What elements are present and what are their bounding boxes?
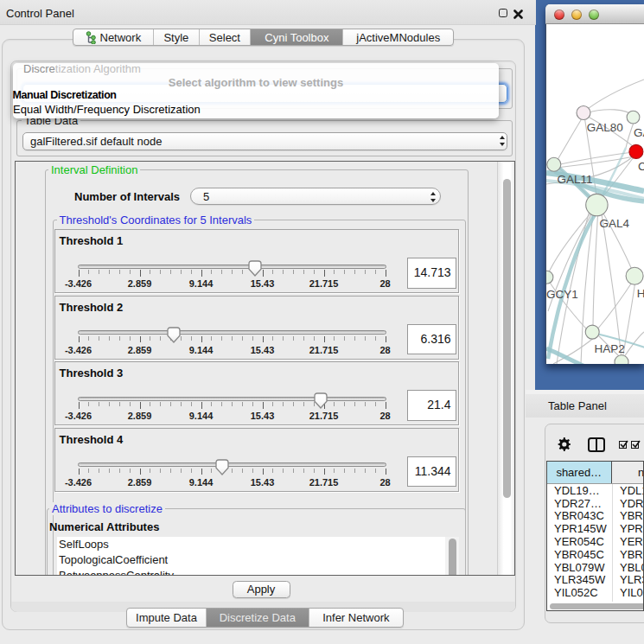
svg-text:GCY1: GCY1	[546, 288, 578, 301]
svg-text:HI: HI	[637, 287, 644, 300]
svg-text:HAP2: HAP2	[595, 342, 625, 355]
svg-text:GA: GA	[634, 126, 644, 139]
svg-text:GAL4: GAL4	[600, 217, 630, 230]
svg-text:CY: CY	[638, 160, 644, 173]
svg-text:GAL80: GAL80	[587, 121, 623, 134]
svg-text:GAL11: GAL11	[557, 173, 592, 186]
